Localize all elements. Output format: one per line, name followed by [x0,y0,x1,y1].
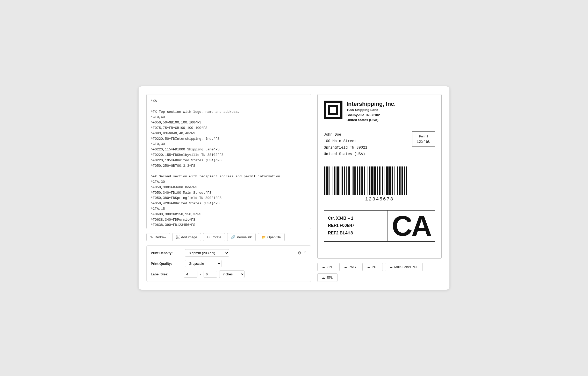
print-density-label: Print Density: [151,251,182,255]
multi-pdf-download-button[interactable]: ☁ Multi-Label PDF [385,263,423,271]
barcode-section: 12345678 [324,166,435,206]
image-icon: 🖼 [176,235,180,239]
print-quality-label: Print Quality: [151,262,182,266]
zpl-label: ZPL [327,265,333,269]
rotate-icon: ↻ [207,235,210,239]
zpl-code-editor[interactable]: ^XA ^FX Top section with logo, name and … [146,94,311,229]
label-header: Intershipping, Inc. 1000 Shipping Lane S… [324,101,435,127]
toolbar: ✎ Redraw 🖼 Add image ↻ Rotate 🔗 Permalin… [146,233,311,241]
print-density-select[interactable]: 8 dpmm (203 dpi) 6 dpmm (152 dpi) 12 dpm… [185,249,229,257]
multi-download-icon: ☁ [389,265,393,269]
redraw-button[interactable]: ✎ Redraw [146,233,170,241]
info-right: CA [388,211,435,241]
label-unit-select[interactable]: inches mm [219,270,245,278]
redraw-label: Redraw [155,235,166,239]
barcode-bar [407,166,408,195]
add-image-button[interactable]: 🖼 Add image [172,233,201,241]
company-address-line1: 1000 Shipping Lane [347,107,396,113]
label-width-input[interactable] [184,271,197,278]
recipient-city: Springfield TN 39021 [324,144,367,151]
settings-panel: Print Density: 8 dpmm (203 dpi) 6 dpmm (… [146,245,311,282]
zpl-download-button[interactable]: ☁ ZPL [317,263,337,271]
add-image-label: Add image [181,235,197,239]
right-panel: Intershipping, Inc. 1000 Shipping Lane S… [317,94,442,282]
permit-number: 123456 [416,139,431,144]
folder-icon: 📂 [262,235,266,239]
company-logo [324,101,342,119]
epl-download-icon: ☁ [322,276,325,280]
epl-label: EPL [327,276,333,280]
png-download-icon: ☁ [344,265,347,269]
company-address-line2: Shelbyville TN 38102 [347,113,396,118]
recipient-country: United States (USA) [324,151,367,157]
recipient-street: 100 Main Street [324,138,367,144]
redraw-icon: ✎ [150,235,153,239]
png-download-button[interactable]: ☁ PNG [339,263,360,271]
permalink-label: Permalink [237,235,252,239]
label-height-input[interactable] [204,271,217,278]
company-info: Intershipping, Inc. 1000 Shipping Lane S… [347,101,396,123]
link-icon: 🔗 [231,235,235,239]
label-preview: Intershipping, Inc. 1000 Shipping Lane S… [317,94,442,259]
gear-icon[interactable]: ⚙ [298,250,301,255]
barcode-number: 12345678 [365,197,394,202]
open-file-button[interactable]: 📂 Open file [258,233,285,241]
chevron-up-icon[interactable]: ⌃ [303,250,307,255]
label-size-label: Label Size: [151,272,182,276]
barcode-bars [324,166,435,195]
settings-icons: ⚙ ⌃ [298,250,307,255]
info-left: Ctr. X34B – 1 REF1 F00B47 REF2 BL4H8 [324,211,388,241]
pdf-download-button[interactable]: ☁ PDF [362,263,383,271]
pdf-label: PDF [372,265,378,269]
epl-download-button[interactable]: ☁ EPL [317,273,338,282]
zpl-download-icon: ☁ [322,265,325,269]
label-size-row: Label Size: × inches mm [151,270,307,278]
ref2-label: REF2 BL4H8 [328,229,384,237]
permit-label: Permit [416,135,431,138]
print-density-row: Print Density: 8 dpmm (203 dpi) 6 dpmm (… [151,249,307,257]
download-buttons: ☁ ZPL ☁ PNG ☁ PDF ☁ Multi-Label PDF ☁ EP… [317,263,442,282]
main-container: ^XA ^FX Top section with logo, name and … [139,86,449,290]
ref1-label: REF1 F00B47 [328,222,384,229]
multi-label: Multi-Label PDF [394,265,418,269]
company-address-line3: United States (USA) [347,117,396,123]
png-label: PNG [349,265,356,269]
pdf-download-icon: ☁ [367,265,370,269]
recipient-name: John Doe [324,131,367,138]
permit-box: Permit 123456 [412,131,435,147]
ca-code: CA [392,212,431,240]
svg-rect-3 [330,107,336,113]
rotate-label: Rotate [211,235,221,239]
open-file-label: Open file [267,235,281,239]
recipient-section: John Doe 100 Main Street Springfield TN … [324,131,435,162]
left-panel: ^XA ^FX Top section with logo, name and … [146,94,311,282]
x-separator: × [199,272,202,276]
permalink-button[interactable]: 🔗 Permalink [227,233,256,241]
print-quality-select[interactable]: Grayscale Black & White [185,260,221,267]
bottom-info: Ctr. X34B – 1 REF1 F00B47 REF2 BL4H8 CA [324,210,435,242]
ctr-label: Ctr. X34B – 1 [328,215,384,222]
recipient-address: John Doe 100 Main Street Springfield TN … [324,131,367,158]
company-name: Intershipping, Inc. [347,101,396,107]
print-quality-row: Print Quality: Grayscale Black & White [151,260,307,267]
rotate-button[interactable]: ↻ Rotate [203,233,225,241]
